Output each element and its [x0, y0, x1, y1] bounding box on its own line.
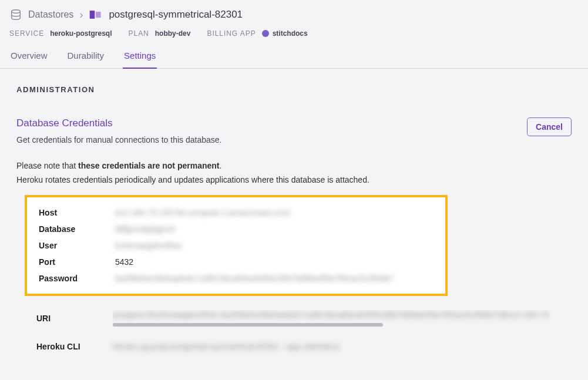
app-dot-icon	[262, 30, 269, 37]
uri-scrollbar[interactable]	[113, 323, 383, 327]
port-label: Port	[39, 257, 115, 267]
host-value[interactable]: ec2-184-73-153-84.compute-1.amazonaws.co…	[115, 208, 290, 217]
tabs: Overview Durability Settings	[9, 51, 579, 68]
svg-point-0	[12, 10, 21, 14]
billing-label: BILLING APP	[207, 29, 256, 38]
password-value[interactable]: 9a2f9843c06e5aebdc71af913bca83ce6355c35b…	[115, 274, 394, 283]
tab-overview[interactable]: Overview	[9, 51, 49, 68]
rotate-note: Heroku rotates credentials periodically …	[16, 175, 572, 184]
cred-row-database: Database d9fjynzdg3qjnv9	[39, 221, 434, 237]
service-label: SERVICE	[9, 29, 44, 38]
meta-row: SERVICE heroku-postgresql PLAN hobby-dev…	[9, 29, 579, 38]
host-label: Host	[39, 208, 115, 217]
credentials-box: Host ec2-184-73-153-84.compute-1.amazona…	[25, 195, 448, 296]
breadcrumb-datastores[interactable]: Datastores	[28, 9, 73, 20]
database-value[interactable]: d9fjynzdg3qjnv9	[115, 224, 174, 234]
administration-heading: ADMINISTRATION	[16, 85, 572, 94]
password-label: Password	[39, 274, 115, 283]
user-label: User	[39, 241, 115, 250]
cred-row-cli: Heroku CLI heroku pg:psql postgresql-sym…	[27, 337, 572, 362]
resource-name: postgresql-symmetrical-82301	[109, 9, 243, 21]
tab-settings[interactable]: Settings	[123, 51, 157, 69]
billing-app-name: stitchdocs	[273, 29, 308, 38]
credentials-subheading: Get credentials for manual connections t…	[16, 135, 221, 144]
breadcrumb: Datastores › postgresql-symmetrical-8230…	[9, 8, 579, 21]
cli-label: Heroku CLI	[36, 342, 113, 351]
cred-row-uri: URI postgres://bzrkmaegdxmfhec:9a2f9843c…	[27, 305, 572, 337]
cred-row-host: Host ec2-184-73-153-84.compute-1.amazona…	[39, 204, 434, 221]
uri-value[interactable]: postgres://bzrkmaegdxmfhec:9a2f9843c06e5…	[113, 310, 559, 320]
uri-label: URI	[36, 314, 113, 323]
service-value: heroku-postgresql	[50, 29, 112, 38]
user-value[interactable]: bzrkmaegdxmfhec	[115, 241, 182, 250]
heroku-postgres-icon	[89, 9, 103, 21]
cli-value[interactable]: heroku pg:psql postgresql-symmetrical-82…	[113, 342, 340, 351]
credentials-note: Please note that these credentials are n…	[16, 161, 572, 170]
port-value[interactable]: 5432	[115, 257, 133, 267]
datastore-icon	[9, 8, 22, 21]
cred-row-port: Port 5432	[39, 254, 434, 270]
tab-durability[interactable]: Durability	[66, 51, 106, 68]
billing-app-link[interactable]: stitchdocs	[262, 29, 308, 38]
cancel-button[interactable]: Cancel	[527, 117, 572, 136]
cred-row-user: User bzrkmaegdxmfhec	[39, 237, 434, 254]
chevron-right-icon: ›	[79, 9, 83, 21]
plan-label: PLAN	[129, 29, 149, 38]
cred-row-password: Password 9a2f9843c06e5aebdc71af913bca83c…	[39, 270, 434, 287]
plan-value: hobby-dev	[155, 29, 191, 38]
credentials-heading: Database Credentials	[16, 117, 221, 129]
database-label: Database	[39, 224, 115, 234]
